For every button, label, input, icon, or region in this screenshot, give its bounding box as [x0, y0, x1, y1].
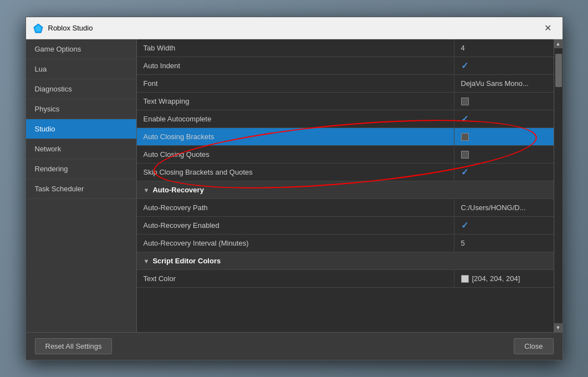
settings-table: Tab Width4Auto Indent✓FontDejaVu Sans Mo…	[137, 39, 554, 288]
settings-row-enable-autocomplete[interactable]: Enable Autocomplete✓	[137, 110, 554, 128]
sidebar-item-physics[interactable]: Physics	[26, 99, 136, 119]
setting-name-font: Font	[137, 75, 454, 92]
sidebar-item-studio[interactable]: Studio	[26, 119, 136, 139]
checkbox-text-wrapping[interactable]	[461, 98, 469, 105]
title-bar-left: Roblox Studio	[33, 23, 93, 34]
setting-name-auto-recovery-header: ▼Auto-Recovery	[137, 181, 554, 198]
setting-value-text-color: [204, 204, 204]	[454, 270, 554, 287]
sidebar-item-rendering[interactable]: Rendering	[26, 159, 136, 179]
setting-name-auto-closing-quotes: Auto Closing Quotes	[137, 146, 454, 163]
sidebar-item-lua[interactable]: Lua	[26, 59, 136, 79]
scroll-up-button[interactable]: ▲	[554, 39, 563, 48]
setting-value-tab-width: 4	[454, 39, 554, 57]
settings-row-auto-recovery-interval[interactable]: Auto-Recovery Interval (Minutes)5	[137, 235, 554, 252]
setting-name-auto-recovery-interval: Auto-Recovery Interval (Minutes)	[137, 235, 454, 252]
sidebar: Game OptionsLuaDiagnosticsPhysicsStudioN…	[26, 39, 137, 332]
settings-row-skip-closing[interactable]: Skip Closing Brackets and Quotes✓	[137, 164, 554, 181]
dialog-title: Roblox Studio	[48, 24, 93, 32]
setting-name-text-color: Text Color	[137, 270, 454, 287]
setting-name-skip-closing: Skip Closing Brackets and Quotes	[137, 164, 454, 181]
settings-row-script-editor-colors-header[interactable]: ▼Script Editor Colors	[137, 252, 554, 270]
settings-dialog: Roblox Studio ✕ Game OptionsLuaDiagnosti…	[25, 17, 563, 360]
close-dialog-button[interactable]: Close	[514, 338, 553, 354]
sidebar-item-game-options[interactable]: Game Options	[26, 39, 136, 59]
sidebar-item-task-scheduler[interactable]: Task Scheduler	[26, 179, 136, 199]
sidebar-item-network[interactable]: Network	[26, 139, 136, 159]
setting-name-auto-recovery-enabled: Auto-Recovery Enabled	[137, 217, 454, 234]
setting-value-enable-autocomplete[interactable]: ✓	[454, 110, 554, 128]
scroll-thumb[interactable]	[555, 54, 562, 87]
settings-row-auto-closing-quotes[interactable]: Auto Closing Quotes	[137, 146, 554, 164]
setting-name-script-editor-colors-header: ▼Script Editor Colors	[137, 252, 554, 269]
setting-name-tab-width: Tab Width	[137, 39, 454, 57]
settings-row-auto-closing-brackets[interactable]: Auto Closing Brackets	[137, 128, 554, 146]
settings-row-text-color[interactable]: Text Color[204, 204, 204]	[137, 270, 554, 288]
settings-row-auto-recovery-enabled[interactable]: Auto-Recovery Enabled✓	[137, 217, 554, 235]
panel-wrapper: Tab Width4Auto Indent✓FontDejaVu Sans Mo…	[137, 39, 563, 332]
setting-value-text-wrapping[interactable]	[454, 93, 554, 110]
setting-name-auto-closing-brackets: Auto Closing Brackets	[137, 128, 454, 145]
settings-row-auto-recovery-path[interactable]: Auto-Recovery PathC:/Users/HONG/D...	[137, 199, 554, 217]
setting-name-auto-recovery-path: Auto-Recovery Path	[137, 199, 454, 216]
setting-value-auto-recovery-enabled[interactable]: ✓	[454, 217, 554, 234]
close-button[interactable]: ✕	[540, 21, 556, 36]
settings-row-auto-indent[interactable]: Auto Indent✓	[137, 57, 554, 75]
scrollbar[interactable]: ▲ ▼	[554, 39, 563, 332]
reset-settings-button[interactable]: Reset All Settings	[35, 338, 113, 354]
settings-row-font[interactable]: FontDejaVu Sans Mono...	[137, 75, 554, 93]
scroll-track[interactable]	[554, 48, 563, 323]
checkbox-auto-closing-brackets[interactable]	[461, 133, 469, 141]
main-content: Game OptionsLuaDiagnosticsPhysicsStudioN…	[26, 39, 563, 332]
setting-value-auto-closing-brackets[interactable]	[454, 128, 554, 145]
footer: Reset All Settings Close	[26, 332, 563, 360]
setting-value-auto-indent[interactable]: ✓	[454, 57, 554, 74]
checkbox-auto-closing-quotes[interactable]	[461, 151, 469, 159]
setting-name-enable-autocomplete: Enable Autocomplete	[137, 110, 454, 128]
checkmark-auto-indent: ✓	[461, 60, 468, 71]
setting-value-skip-closing[interactable]: ✓	[454, 164, 554, 181]
setting-value-auto-recovery-interval: 5	[454, 235, 554, 252]
color-swatch-text-color[interactable]	[461, 275, 469, 283]
settings-row-text-wrapping[interactable]: Text Wrapping	[137, 93, 554, 110]
setting-name-auto-indent: Auto Indent	[137, 57, 454, 74]
settings-row-tab-width[interactable]: Tab Width4	[137, 39, 554, 57]
setting-value-font: DejaVu Sans Mono...	[454, 75, 554, 92]
setting-name-text-wrapping: Text Wrapping	[137, 93, 454, 110]
roblox-studio-icon	[33, 23, 44, 34]
setting-value-auto-recovery-path: C:/Users/HONG/D...	[454, 199, 554, 216]
title-bar: Roblox Studio ✕	[26, 17, 563, 39]
sidebar-item-diagnostics[interactable]: Diagnostics	[26, 79, 136, 99]
scroll-down-button[interactable]: ▼	[554, 323, 563, 332]
checkmark-enable-autocomplete: ✓	[461, 114, 468, 124]
setting-value-auto-closing-quotes[interactable]	[454, 146, 554, 163]
settings-panel: Tab Width4Auto Indent✓FontDejaVu Sans Mo…	[137, 39, 554, 332]
checkmark-skip-closing: ✓	[461, 167, 468, 177]
checkmark-auto-recovery-enabled: ✓	[461, 220, 468, 231]
settings-row-auto-recovery-header[interactable]: ▼Auto-Recovery	[137, 181, 554, 199]
